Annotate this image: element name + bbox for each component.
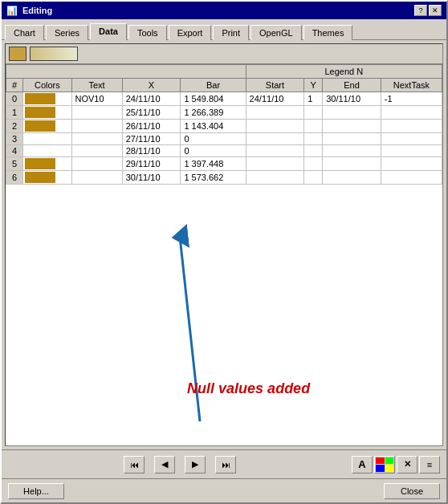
tab-chart[interactable]: Chart (5, 25, 44, 40)
row-end[interactable] (323, 106, 381, 120)
row-bar[interactable]: 0 (181, 133, 246, 145)
help-button[interactable]: Help... (8, 483, 64, 499)
title-bar: 📊 Editing ? ✕ (2, 2, 446, 19)
row-bar[interactable]: 1 143.404 (181, 120, 246, 133)
tab-data[interactable]: Data (90, 23, 127, 40)
row-x[interactable]: 24/11/10 (122, 92, 181, 106)
row-end[interactable]: 30/11/10 (323, 92, 381, 106)
col-x: X (122, 79, 181, 92)
table-row[interactable]: 0NOV1024/11/101 549.80424/11/10130/11/10… (6, 92, 442, 106)
tab-print[interactable]: Print (213, 25, 249, 40)
table-row[interactable]: 529/11/101 397.448 (6, 157, 442, 171)
table-row[interactable]: 630/11/101 573.662 (6, 171, 442, 185)
row-nexttask[interactable] (381, 145, 442, 157)
row-bar[interactable]: 0 (181, 145, 246, 157)
row-x[interactable]: 29/11/10 (122, 157, 181, 171)
x-button[interactable]: ✕ (397, 456, 417, 474)
row-color-cell[interactable] (23, 145, 71, 157)
row-y[interactable] (304, 171, 323, 185)
row-bar[interactable]: 1 549.804 (181, 92, 246, 106)
table-row[interactable]: 226/11/101 143.404 (6, 120, 442, 133)
row-y[interactable] (304, 145, 323, 157)
row-x[interactable]: 26/11/10 (122, 120, 181, 133)
extra-button[interactable]: ≡ (419, 456, 440, 474)
table-row[interactable]: 125/11/101 266.389 (6, 106, 442, 120)
row-text[interactable] (71, 171, 122, 185)
row-text[interactable] (71, 133, 122, 145)
row-color-cell[interactable] (23, 120, 71, 133)
window-title: Editing (22, 6, 52, 15)
row-text[interactable] (71, 120, 122, 133)
color-palette-button[interactable] (374, 456, 395, 474)
table-row[interactable]: 428/11/100 (6, 145, 442, 157)
row-x[interactable]: 28/11/10 (122, 145, 181, 157)
nav-prev-button[interactable]: ◀ (154, 456, 175, 474)
row-bar[interactable]: 1 573.662 (181, 171, 246, 185)
color-swatch-cell (25, 172, 55, 183)
row-end[interactable] (323, 171, 381, 185)
row-number: 1 (6, 106, 23, 120)
tab-tools[interactable]: Tools (128, 25, 167, 40)
tab-themes[interactable]: Themes (303, 25, 353, 40)
row-end[interactable] (323, 157, 381, 171)
row-nexttask[interactable] (381, 157, 442, 171)
row-text[interactable] (71, 157, 122, 171)
gradient-bar[interactable] (30, 47, 78, 61)
col-y: Y (304, 79, 323, 92)
color-swatch[interactable] (9, 47, 26, 61)
row-nexttask[interactable] (381, 133, 442, 145)
text-tool-button[interactable]: A (352, 456, 373, 474)
row-x[interactable]: 30/11/10 (122, 171, 181, 185)
row-y[interactable] (304, 133, 323, 145)
row-end[interactable] (323, 133, 381, 145)
row-bar[interactable]: 1 397.448 (181, 157, 246, 171)
row-text[interactable] (71, 106, 122, 120)
row-start[interactable] (246, 120, 304, 133)
row-y[interactable] (304, 120, 323, 133)
arrow-svg (6, 221, 442, 445)
row-start[interactable] (246, 171, 304, 185)
null-values-annotation: Null values added (187, 380, 310, 397)
right-toolbar-icons: A ✕ ≡ (352, 456, 440, 474)
row-number: 4 (6, 145, 23, 157)
row-y[interactable]: 1 (304, 92, 323, 106)
row-color-cell[interactable] (23, 133, 71, 145)
nav-last-button[interactable]: ⏭ (215, 456, 236, 474)
row-nexttask[interactable] (381, 106, 442, 120)
row-nexttask[interactable] (381, 171, 442, 185)
row-x[interactable]: 27/11/10 (122, 133, 181, 145)
row-start[interactable] (246, 145, 304, 157)
color-palette-icon (376, 457, 393, 472)
row-x[interactable]: 25/11/10 (122, 106, 181, 120)
data-table-container[interactable]: Legend N # Colors Text X Bar Start Y End… (6, 64, 442, 221)
row-bar[interactable]: 1 266.389 (181, 106, 246, 120)
close-button[interactable]: Close (384, 483, 440, 499)
row-end[interactable] (323, 120, 381, 133)
row-start[interactable] (246, 157, 304, 171)
row-color-cell[interactable] (23, 106, 71, 120)
row-text[interactable] (71, 145, 122, 157)
row-nexttask[interactable]: -1 (381, 92, 442, 106)
row-y[interactable] (304, 157, 323, 171)
row-color-cell[interactable] (23, 157, 71, 171)
row-nexttask[interactable] (381, 120, 442, 133)
table-row[interactable]: 327/11/100 (6, 133, 442, 145)
content-area: Legend N # Colors Text X Bar Start Y End… (2, 39, 446, 449)
row-y[interactable] (304, 106, 323, 120)
row-text[interactable]: NOV10 (71, 92, 122, 106)
row-end[interactable] (323, 145, 381, 157)
main-window: 📊 Editing ? ✕ Chart Series Data Tools Ex… (0, 0, 448, 504)
nav-play-button[interactable]: ▶ (185, 456, 206, 474)
tab-opengl[interactable]: OpenGL (250, 25, 302, 40)
help-title-button[interactable]: ? (414, 5, 427, 16)
tab-export[interactable]: Export (169, 25, 212, 40)
nav-first-button[interactable]: ⏮ (124, 456, 145, 474)
tab-series[interactable]: Series (46, 25, 88, 40)
close-title-button[interactable]: ✕ (429, 5, 442, 16)
row-start[interactable] (246, 106, 304, 120)
row-start[interactable] (246, 133, 304, 145)
title-bar-left: 📊 Editing (6, 6, 52, 16)
row-color-cell[interactable] (23, 171, 71, 185)
row-start[interactable]: 24/11/10 (246, 92, 304, 106)
row-color-cell[interactable] (23, 92, 71, 106)
